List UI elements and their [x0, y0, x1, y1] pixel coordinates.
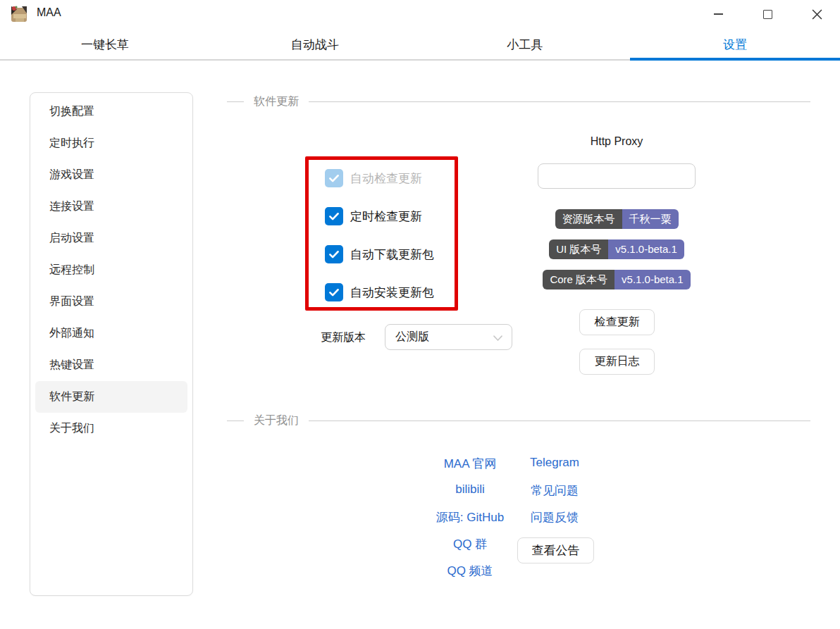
maximize-button[interactable] — [751, 0, 784, 28]
section-header-software-update: 软件更新 — [227, 94, 810, 108]
checkbox-checked-icon — [325, 169, 343, 187]
sidebar-item-label: 游戏设置 — [49, 168, 94, 182]
badge-key: UI 版本号 — [549, 239, 608, 259]
sidebar-item-4[interactable]: 连接设置 — [35, 191, 187, 223]
close-button[interactable] — [801, 0, 833, 28]
check-update-button[interactable]: 检查更新 — [579, 309, 655, 335]
update-channel-label: 更新版本 — [321, 330, 366, 345]
badge-value: v5.1.0-beta.1 — [608, 239, 684, 259]
http-proxy-label: Http Proxy — [538, 135, 696, 148]
checkbox-row-1: 自动检查更新 — [325, 169, 422, 187]
minimize-button[interactable] — [702, 0, 734, 28]
sidebar-item-label: 关于我们 — [49, 421, 94, 436]
changelog-button[interactable]: 更新日志 — [579, 349, 655, 375]
divider-line — [309, 421, 810, 421]
sidebar-item-label: 切换配置 — [49, 104, 94, 119]
checkbox-label: 定时检查更新 — [350, 208, 422, 225]
sidebar-item-3[interactable]: 游戏设置 — [35, 159, 187, 191]
section-header-about: 关于我们 — [227, 413, 810, 428]
section-title: 软件更新 — [254, 94, 299, 109]
close-icon — [812, 9, 822, 20]
version-badge-2: UI 版本号v5.1.0-beta.1 — [549, 239, 684, 259]
version-badge-1: 资源版本号千秋一粟 — [555, 209, 679, 229]
tab-1[interactable]: 一键长草 — [0, 28, 210, 61]
sidebar-item-label: 远程控制 — [49, 263, 94, 278]
checkbox-label: 自动下载更新包 — [350, 247, 434, 263]
tab-label: 设置 — [723, 37, 747, 53]
tab-bar: 一键长草自动战斗小工具设置 — [0, 28, 840, 61]
version-badges: 资源版本号千秋一粟UI 版本号v5.1.0-beta.1Core 版本号v5.1… — [465, 209, 768, 289]
section-title: 关于我们 — [254, 413, 299, 428]
badge-key: Core 版本号 — [543, 270, 614, 289]
version-badge-3: Core 版本号v5.1.0-beta.1 — [543, 270, 690, 289]
sidebar-item-label: 定时执行 — [49, 136, 94, 151]
update-channel-select[interactable]: 公测版 — [385, 324, 512, 350]
about-link-right-1[interactable]: Telegram — [530, 456, 579, 470]
checkbox-checked-icon[interactable] — [325, 283, 343, 301]
checkbox-row-3[interactable]: 自动下载更新包 — [325, 245, 434, 263]
tab-4[interactable]: 设置 — [630, 28, 840, 61]
sidebar-item-label: 热键设置 — [49, 358, 94, 373]
tab-label: 小工具 — [507, 37, 543, 53]
window-title: MAA — [37, 6, 61, 19]
update-channel-value: 公测版 — [385, 330, 429, 344]
sidebar-item-label: 启动设置 — [49, 231, 94, 246]
title-bar: MAA — [0, 0, 840, 28]
checkbox-row-2[interactable]: 定时检查更新 — [325, 207, 422, 225]
about-link-left-5[interactable]: QQ 频道 — [447, 563, 493, 579]
http-proxy-input[interactable] — [538, 163, 696, 189]
sidebar-item-7[interactable]: 界面设置 — [35, 286, 187, 318]
about-link-right-2[interactable]: 常见问题 — [531, 482, 579, 499]
sidebar-item-label: 界面设置 — [49, 294, 94, 309]
sidebar-item-2[interactable]: 定时执行 — [35, 127, 187, 159]
checkbox-checked-icon[interactable] — [325, 245, 343, 263]
checkbox-checked-icon[interactable] — [325, 207, 343, 225]
sidebar-item-6[interactable]: 远程控制 — [35, 254, 187, 286]
checkbox-label: 自动安装更新包 — [350, 285, 434, 301]
settings-sidebar: 切换配置定时执行游戏设置连接设置启动设置远程控制界面设置外部通知热键设置软件更新… — [30, 92, 193, 596]
sidebar-item-8[interactable]: 外部通知 — [35, 318, 187, 349]
sidebar-item-11[interactable]: 关于我们 — [35, 413, 187, 444]
sidebar-item-label: 软件更新 — [49, 390, 94, 404]
tab-3[interactable]: 小工具 — [420, 28, 630, 61]
badge-key: 资源版本号 — [555, 209, 622, 229]
divider-line — [309, 101, 810, 102]
maximize-icon — [763, 10, 772, 19]
view-announcement-button[interactable]: 查看公告 — [517, 537, 594, 563]
tab-2[interactable]: 自动战斗 — [210, 28, 420, 61]
about-link-left-4[interactable]: QQ 群 — [453, 536, 487, 552]
about-link-left-2[interactable]: bilibili — [455, 482, 485, 497]
divider-line — [227, 101, 244, 102]
about-link-right-3[interactable]: 问题反馈 — [531, 509, 579, 525]
tab-label: 一键长草 — [81, 37, 129, 53]
about-link-left-1[interactable]: MAA 官网 — [444, 456, 497, 472]
checkbox-row-4[interactable]: 自动安装更新包 — [325, 283, 434, 301]
badge-value: 千秋一粟 — [622, 209, 679, 229]
sidebar-item-10[interactable]: 软件更新 — [35, 381, 187, 413]
chevron-down-icon — [491, 331, 505, 344]
minimize-icon — [714, 13, 723, 15]
sidebar-item-5[interactable]: 启动设置 — [35, 223, 187, 254]
checkbox-label: 自动检查更新 — [350, 170, 422, 187]
badge-value: v5.1.0-beta.1 — [614, 270, 691, 289]
app-window: MAA 一键长草自动战斗小工具设置 切换配置定时执行游戏设置连接设置启动设置远程… — [0, 0, 840, 629]
sidebar-item-9[interactable]: 热键设置 — [35, 349, 187, 381]
divider-line — [227, 421, 244, 421]
sidebar-item-label: 外部通知 — [49, 326, 94, 341]
app-avatar-icon — [10, 5, 28, 23]
sidebar-item-label: 连接设置 — [49, 199, 94, 214]
about-link-left-3[interactable]: 源码: GitHub — [436, 509, 504, 525]
tab-label: 自动战斗 — [291, 37, 339, 53]
sidebar-item-1[interactable]: 切换配置 — [35, 96, 187, 127]
